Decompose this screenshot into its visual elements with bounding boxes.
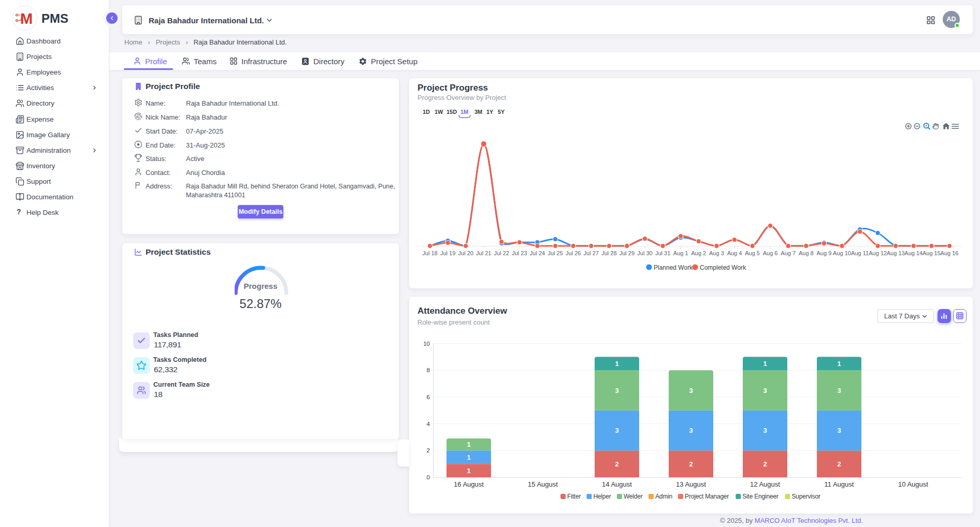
- svg-text:Admin: Admin: [655, 493, 672, 500]
- svg-text:8: 8: [427, 367, 430, 373]
- svg-text:Supervisor: Supervisor: [792, 493, 821, 500]
- svg-text:3: 3: [615, 387, 618, 394]
- svg-text:Aug 11: Aug 11: [851, 250, 869, 256]
- svg-text:Jul 29: Jul 29: [619, 250, 635, 256]
- svg-text:2: 2: [427, 447, 430, 453]
- svg-text:Site Engineer: Site Engineer: [742, 493, 779, 500]
- svg-text:Jul 31: Jul 31: [655, 250, 670, 256]
- svg-text:Jul 19: Jul 19: [440, 250, 455, 256]
- svg-text:Jul 21: Jul 21: [476, 250, 491, 256]
- svg-text:3: 3: [837, 427, 841, 434]
- svg-text:Aug 14: Aug 14: [904, 250, 923, 256]
- svg-text:3: 3: [689, 387, 693, 394]
- svg-text:Aug 4: Aug 4: [727, 250, 742, 256]
- svg-text:Aug 13: Aug 13: [887, 250, 905, 256]
- svg-text:3: 3: [763, 427, 767, 434]
- svg-text:11 August: 11 August: [825, 480, 854, 488]
- svg-text:1: 1: [467, 453, 470, 461]
- svg-text:Jul 23: Jul 23: [512, 250, 527, 256]
- svg-text:10: 10: [423, 341, 430, 347]
- svg-text:Aug 9: Aug 9: [817, 250, 832, 256]
- svg-text:4: 4: [427, 421, 430, 427]
- svg-text:Aug 7: Aug 7: [781, 250, 796, 256]
- svg-text:2: 2: [615, 460, 618, 468]
- svg-text:Fitter: Fitter: [567, 493, 581, 500]
- svg-text:Jul 30: Jul 30: [637, 250, 652, 256]
- svg-text:Aug 12: Aug 12: [869, 250, 887, 256]
- svg-text:Aug 6: Aug 6: [763, 250, 778, 256]
- svg-text:Jul 25: Jul 25: [547, 250, 563, 256]
- svg-text:1: 1: [467, 441, 470, 448]
- svg-text:Planned Work: Planned Work: [654, 264, 693, 271]
- svg-text:Project Manager: Project Manager: [685, 493, 729, 500]
- svg-text:3: 3: [689, 427, 693, 434]
- svg-text:2: 2: [763, 460, 767, 468]
- svg-text:Aug 1: Aug 1: [673, 250, 688, 256]
- svg-text:1: 1: [615, 360, 618, 368]
- svg-text:2: 2: [837, 460, 841, 468]
- svg-text:Jul 18: Jul 18: [422, 250, 437, 256]
- svg-text:6: 6: [427, 394, 430, 400]
- svg-text:Helper: Helper: [593, 493, 611, 500]
- svg-text:Welder: Welder: [624, 493, 643, 500]
- svg-text:1: 1: [467, 467, 470, 475]
- svg-text:15 August: 15 August: [528, 480, 558, 488]
- svg-text:3: 3: [615, 427, 618, 434]
- svg-text:Jul 27: Jul 27: [584, 250, 599, 256]
- svg-text:3: 3: [837, 387, 841, 394]
- svg-text:Aug 2: Aug 2: [691, 250, 706, 256]
- svg-text:1: 1: [763, 360, 767, 368]
- svg-text:Jul 28: Jul 28: [601, 250, 616, 256]
- svg-text:Jul 26: Jul 26: [566, 250, 581, 256]
- svg-text:Aug 5: Aug 5: [745, 250, 760, 256]
- svg-text:14 August: 14 August: [602, 480, 632, 488]
- svg-text:Aug 10: Aug 10: [833, 250, 851, 256]
- svg-text:0: 0: [427, 474, 430, 480]
- svg-text:16 August: 16 August: [454, 480, 484, 488]
- svg-text:Aug 16: Aug 16: [941, 250, 959, 256]
- svg-text:10 August: 10 August: [898, 480, 928, 488]
- svg-text:Jul 22: Jul 22: [494, 250, 509, 256]
- svg-text:Jul 20: Jul 20: [458, 250, 473, 256]
- svg-text:Aug 15: Aug 15: [923, 250, 941, 256]
- svg-text:Completed Work: Completed Work: [700, 264, 746, 271]
- svg-text:Aug 8: Aug 8: [799, 250, 814, 256]
- svg-text:12 August: 12 August: [750, 480, 780, 488]
- svg-text:Jul 24: Jul 24: [530, 250, 545, 256]
- svg-text:Aug 3: Aug 3: [709, 250, 724, 256]
- svg-text:2: 2: [689, 460, 693, 468]
- svg-text:13 August: 13 August: [676, 480, 706, 488]
- svg-text:3: 3: [763, 387, 767, 394]
- svg-text:1: 1: [837, 360, 841, 368]
